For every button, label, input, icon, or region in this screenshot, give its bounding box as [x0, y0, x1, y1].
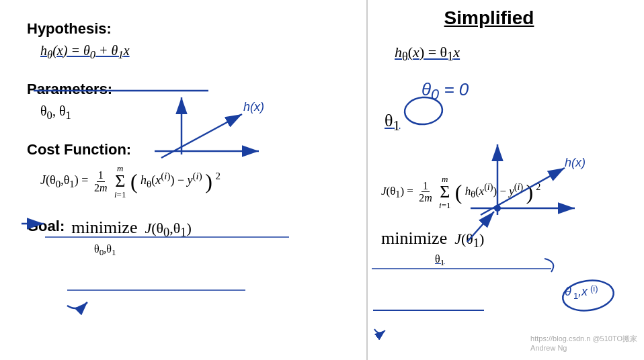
- cost-equation: J(θ0,θ1) = 1 2m m Σ i=1 ( hθ(x(i)) − y(i…: [40, 164, 339, 199]
- hypothesis-section: Hypothesis: hθ(x) = θ0 + θ1x: [27, 20, 339, 62]
- hypothesis-label: Hypothesis:: [27, 20, 339, 38]
- right-theta1-label: θ1: [385, 111, 631, 134]
- params-eq-text: θ0, θ1: [40, 103, 71, 122]
- right-goal-section: minimize J(θ1) θ1: [381, 228, 631, 269]
- cost-section: Cost Function: J(θ0,θ1) = 1 2m m Σ i=1 (…: [27, 141, 339, 199]
- hyp-eq-text: hθ(x) = θ0 + θ1x: [40, 43, 130, 62]
- right-goal-equation: minimize J(θ1): [381, 228, 631, 251]
- main-container: Simplified Hypothesis: hθ(x) = θ0 + θ1x …: [0, 0, 644, 360]
- parameters-section: Parameters: θ0, θ1: [27, 81, 339, 122]
- goal-eq-text: minimize J(θ0,θ1): [71, 218, 192, 240]
- right-goal-subscript: θ1: [435, 253, 631, 268]
- right-panel: hθ(x) = θ1x θ0 = 0 θ1 J(θ1) = 1 2m: [368, 0, 644, 360]
- goal-subscript: θ0,θ1: [94, 243, 339, 258]
- theta0-annotation: θ0 = 0: [421, 79, 631, 103]
- goal-label: Goal:: [27, 218, 65, 235]
- parameters-label: Parameters:: [27, 81, 339, 98]
- left-panel: Hypothesis: hθ(x) = θ0 + θ1x Parameters:…: [0, 0, 366, 360]
- right-hypothesis-section: hθ(x) = θ1x: [381, 44, 631, 64]
- right-cost-section: J(θ1) = 1 2m m Σ i=1 ( hθ(x(i)) − y(i) )…: [381, 175, 631, 210]
- hypothesis-equation: hθ(x) = θ0 + θ1x: [40, 43, 339, 62]
- parameters-equation: θ0, θ1: [40, 103, 339, 122]
- theta0-eq-text: θ0 = 0: [421, 79, 469, 99]
- right-cost-equation: J(θ1) = 1 2m m Σ i=1 ( hθ(x(i)) − y(i) )…: [381, 175, 631, 210]
- right-goal-eq-text: minimize J(θ1): [381, 228, 484, 251]
- goal-equation: Goal: minimize J(θ0,θ1): [27, 218, 339, 240]
- right-hypothesis-equation: hθ(x) = θ1x: [395, 44, 631, 64]
- watermark: https://blog.csdn.n @510TO搬家 Andrew Ng: [530, 334, 637, 352]
- right-hyp-eq-text: hθ(x) = θ1x: [395, 44, 460, 64]
- right-cost-eq-text: J(θ1) = 1 2m m Σ i=1 ( hθ(x(i)) − y(i) )…: [381, 175, 540, 210]
- goal-section: Goal: minimize J(θ0,θ1) θ0,θ1: [27, 218, 339, 258]
- cost-label: Cost Function:: [27, 141, 339, 159]
- cost-eq-text: J(θ0,θ1) = 1 2m m Σ i=1 ( hθ(x(i)) − y(i…: [40, 164, 220, 199]
